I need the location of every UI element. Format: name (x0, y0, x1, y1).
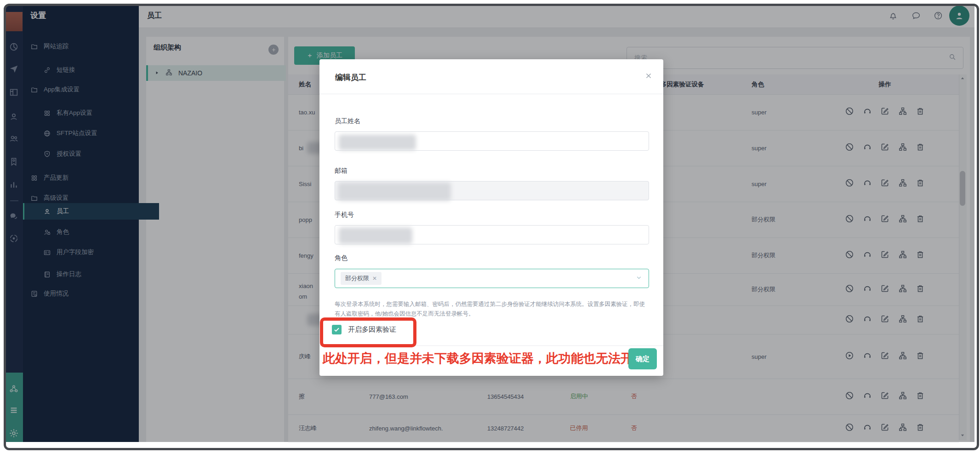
edit-employee-modal: 编辑员工 员工姓名 邮箱 手机号 角色 部分权限 ✕ 每次登录本系统时，您需要输… (319, 59, 663, 376)
email-label: 邮箱 (335, 167, 348, 175)
app-window: 设置 网站追踪短链接App集成设置私有App设置SFTP站点设置授权设置产品更新… (0, 0, 980, 453)
mfa-hint-text: 每次登录本系统时，您需要输入邮箱、密码后，仍然需要通过第二步身份验证才能继续访问… (335, 300, 650, 319)
phone-field[interactable] (335, 225, 649, 244)
phone-label: 手机号 (335, 211, 354, 219)
role-tag-remove-icon[interactable]: ✕ (372, 275, 377, 282)
name-field[interactable] (335, 131, 649, 151)
annotation-text: 此处开启，但是并未下载多因素验证器，此功能也无法开启 (323, 350, 626, 367)
role-tag-label: 部分权限 (345, 274, 369, 283)
close-icon[interactable] (644, 71, 653, 82)
redacted-phone-value (339, 227, 412, 244)
modal-divider (319, 94, 663, 94)
role-select[interactable]: 部分权限 ✕ (335, 269, 649, 288)
role-tag: 部分权限 ✕ (341, 272, 382, 285)
chevron-down-icon[interactable] (635, 273, 643, 283)
modal-title: 编辑员工 (335, 72, 366, 83)
email-field[interactable] (335, 181, 649, 200)
name-label: 员工姓名 (335, 117, 360, 125)
confirm-button[interactable]: 确定 (628, 348, 657, 369)
role-label: 角色 (335, 254, 348, 262)
redacted-name-value (339, 135, 416, 150)
redacted-email-value (338, 182, 451, 201)
annotation-red-box (320, 317, 416, 347)
